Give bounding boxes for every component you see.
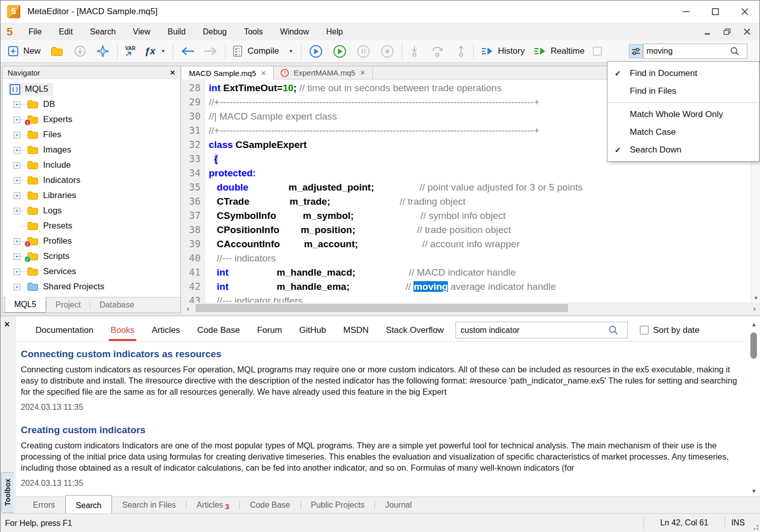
toolbox-tab-books[interactable]: Books <box>102 319 143 341</box>
tree-item-logs[interactable]: +Logs <box>3 203 180 218</box>
menu-build[interactable]: Build <box>159 25 195 39</box>
sort-by-date-control[interactable]: Sort by date <box>640 325 700 335</box>
tree-item-presets[interactable]: Presets <box>3 218 180 234</box>
bottom-tab-code-base[interactable]: Code Base <box>240 497 300 513</box>
result-title[interactable]: Connecting custom indicators as resource… <box>21 349 740 360</box>
fx-dropdown-caret[interactable]: ▼ <box>161 49 166 54</box>
mdi-close-button[interactable] <box>744 28 750 35</box>
navigator-close-icon[interactable]: ✕ <box>170 69 175 77</box>
menu-search[interactable]: Search <box>82 25 125 39</box>
tree-item-services[interactable]: +Services <box>3 264 180 279</box>
realtime-button[interactable]: Realtime <box>531 44 588 58</box>
expander-icon[interactable]: + <box>14 177 20 184</box>
expander-icon[interactable]: + <box>14 284 20 290</box>
scroll-left-icon[interactable]: ‹ <box>182 304 194 313</box>
tree-item-scripts[interactable]: +✓Scripts <box>3 249 180 264</box>
menu-item-find-in-files[interactable]: Find in Files <box>607 82 759 100</box>
expander-icon[interactable]: + <box>14 162 20 169</box>
toolbox-side-tab[interactable]: Toolbox <box>1 472 14 513</box>
tree-item-include[interactable]: +Include <box>3 158 180 173</box>
toolbox-scroll-thumb[interactable] <box>750 332 757 359</box>
menu-item-match-case[interactable]: Match Case <box>607 123 759 141</box>
navigator-tab-mql5[interactable]: MQL5 <box>5 297 46 313</box>
tree-item-files[interactable]: +Files <box>3 127 180 142</box>
menu-item-match-whole-word-only[interactable]: Match Whole Word Only <box>607 105 759 123</box>
toolbox-tab-forum[interactable]: Forum <box>248 319 290 341</box>
expander-icon[interactable]: + <box>14 269 20 275</box>
editor-tab-expertmama-mq5[interactable]: !ExpertMAMA.mq5✕ <box>274 66 373 79</box>
toolbox-tab-stack-overflow[interactable]: Stack Overflow <box>377 319 452 341</box>
mdi-minimize-button[interactable] <box>704 29 710 35</box>
result-title[interactable]: Creating custom indicators <box>21 425 740 436</box>
expander-icon[interactable]: + <box>14 117 20 123</box>
new-button[interactable]: New <box>5 44 44 59</box>
bottom-tab-articles[interactable]: Articles3 <box>186 497 239 513</box>
search-icon[interactable] <box>730 46 740 56</box>
toolbox-tab-msdn[interactable]: MSDN <box>335 319 377 341</box>
scroll-right-icon[interactable]: › <box>748 304 760 313</box>
tree-item-experts[interactable]: +!Experts <box>3 112 180 127</box>
tree-item-libraries[interactable]: +Libraries <box>3 188 180 203</box>
close-button[interactable] <box>730 1 759 23</box>
tree-item-indicators[interactable]: +Indicators <box>3 173 180 188</box>
toolbox-tab-documentation[interactable]: Documentation <box>27 319 102 341</box>
bottom-tab-journal[interactable]: Journal <box>375 497 422 513</box>
minimize-button[interactable] <box>671 1 701 23</box>
navigator-tab-project[interactable]: Project <box>47 297 90 313</box>
scroll-up-icon[interactable]: ▲ <box>748 321 759 327</box>
menu-debug[interactable]: Debug <box>194 25 235 39</box>
editor-horizontal-scrollbar[interactable]: ‹ › <box>182 302 760 314</box>
copilot-button[interactable] <box>93 43 112 60</box>
close-tab-icon[interactable]: ✕ <box>261 69 267 77</box>
tree-item-shared-projects[interactable]: +Shared Projects <box>3 279 180 294</box>
expander-icon[interactable]: + <box>14 101 20 108</box>
toolbox-scrollbar[interactable]: ▲ ▼ <box>748 319 759 495</box>
compile-button[interactable]: Compile ▼ <box>230 44 296 59</box>
toolbar-search-input[interactable] <box>643 47 730 56</box>
bottom-tab-search-in-files[interactable]: Search in Files <box>112 497 186 513</box>
debug-realtime-button[interactable] <box>330 43 350 60</box>
expander-icon[interactable]: + <box>14 208 20 214</box>
menu-file[interactable]: File <box>20 25 50 39</box>
toolbox-tab-articles[interactable]: Articles <box>143 319 189 341</box>
scroll-down-icon[interactable]: ▼ <box>751 295 760 301</box>
expander-icon[interactable]: + <box>14 147 20 154</box>
bottom-tab-public-projects[interactable]: Public Projects <box>301 497 375 513</box>
menu-view[interactable]: View <box>124 25 159 39</box>
toolbox-tab-code-base[interactable]: Code Base <box>188 319 248 341</box>
tree-item-images[interactable]: +Images <box>3 142 180 158</box>
expander-icon[interactable]: + <box>14 132 20 138</box>
scroll-down-icon[interactable]: ▼ <box>748 488 759 494</box>
close-tab-icon[interactable]: ✕ <box>360 69 365 77</box>
menu-item-find-in-document[interactable]: ✓Find in Document <box>607 64 759 82</box>
debug-history-button[interactable] <box>306 43 326 60</box>
menu-help[interactable]: Help <box>318 25 352 39</box>
menu-window[interactable]: Window <box>272 25 318 39</box>
open-folder-button[interactable] <box>48 45 66 58</box>
search-options-button[interactable] <box>629 44 643 58</box>
search-icon[interactable] <box>608 325 619 336</box>
tree-item-db[interactable]: +DB <box>3 97 180 112</box>
toolbox-search-input[interactable] <box>456 326 608 335</box>
expander-icon[interactable]: + <box>14 253 20 260</box>
mdi-restore-button[interactable] <box>724 28 731 35</box>
bottom-tab-errors[interactable]: Errors <box>23 497 65 513</box>
menu-tools[interactable]: Tools <box>235 25 271 39</box>
insert-function-button[interactable]: ƒx ▼ <box>141 44 168 59</box>
menu-item-search-down[interactable]: ✓Search Down <box>607 141 759 159</box>
horizontal-scroll-thumb[interactable] <box>196 304 568 312</box>
toolbox-close-icon[interactable]: ✕ <box>4 320 10 328</box>
history-button[interactable]: History <box>478 44 528 58</box>
expander-icon[interactable]: + <box>14 193 20 199</box>
editor-tab-macd-sample-mq5[interactable]: MACD Sample.mq5✕ <box>182 66 274 80</box>
bottom-tab-search[interactable]: Search <box>65 495 112 513</box>
sort-by-date-checkbox[interactable] <box>640 326 649 334</box>
insert-variable-button[interactable]: VAR <box>122 44 138 59</box>
compile-dropdown-caret[interactable]: ▼ <box>289 49 293 54</box>
resize-grip[interactable] <box>751 522 759 530</box>
menu-edit[interactable]: Edit <box>50 25 82 39</box>
tree-item-profiles[interactable]: +!Profiles <box>3 234 180 249</box>
navigator-tab-database[interactable]: Database <box>90 297 143 313</box>
toolbox-tab-github[interactable]: GitHub <box>291 319 335 341</box>
tree-item-mql5-root[interactable]: { } MQL5 <box>3 82 180 97</box>
